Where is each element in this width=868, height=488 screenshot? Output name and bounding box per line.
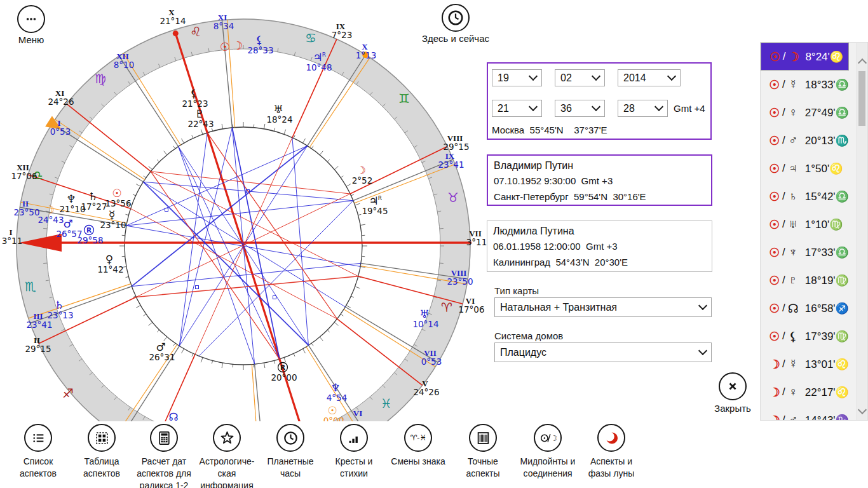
midpoint-row[interactable]: ☽/♂14°43'♑: [761, 406, 856, 421]
midpoint-row[interactable]: ☽/☿13°01'♌: [761, 350, 856, 378]
chart-type-value: Натальная + Транзитная: [500, 302, 617, 313]
here-now-button[interactable]: [442, 4, 470, 32]
sun-icon: ☉: [768, 133, 782, 148]
moon-ring-mark: ☽: [233, 39, 243, 52]
sun-icon: ☉: [768, 50, 782, 64]
planet-degree-label: 11°42: [97, 264, 123, 274]
chevron-down-icon: [529, 72, 538, 81]
slash: /: [782, 78, 785, 91]
scroll-up-icon[interactable]: [858, 58, 867, 67]
sun-icon: ☉: [768, 189, 782, 204]
slash: /: [782, 330, 785, 342]
minute-select[interactable]: 36: [555, 100, 605, 117]
scrollbar[interactable]: [857, 43, 867, 421]
house-system-value: Плацидус: [500, 347, 546, 358]
house-system-label: Система домов: [494, 330, 563, 341]
second-select[interactable]: 28: [618, 100, 668, 117]
midpoint-value: 15°42'♎: [805, 190, 849, 203]
ring-tick: [43, 263, 47, 264]
house-degree-label: 23°41: [26, 320, 52, 330]
chevron-down-icon: [592, 102, 600, 111]
mars-icon: ♂: [63, 217, 72, 230]
close-button[interactable]: [719, 372, 747, 400]
jupiter-icon: ♃: [313, 51, 322, 64]
hour-select[interactable]: 21: [492, 100, 542, 117]
house-degree-label: 29°15: [443, 142, 469, 152]
minute-value: 36: [560, 103, 572, 114]
planet-degree-label: 17°27: [81, 201, 107, 212]
mars-icon: ♂: [786, 133, 801, 147]
midpoint-row[interactable]: ☉/⚸17°39'♍: [761, 322, 856, 350]
house-degree-label: 24°26: [48, 97, 74, 107]
gemini-sign-icon: ♊: [398, 91, 410, 106]
chevron-down-icon: [529, 102, 538, 111]
uranus-icon: ♅: [786, 217, 801, 231]
slash: /: [782, 190, 785, 203]
gmt-offset-label: Gmt +4: [674, 103, 705, 114]
midpoint-row[interactable]: ☉/♀27°49'♎: [761, 98, 856, 126]
midpoint-row[interactable]: ☉/♂20°13'♏: [761, 126, 856, 154]
toolbar-item-label: Аспекты и фазы луны: [572, 456, 651, 480]
house-degree-label: 17°06: [458, 304, 484, 315]
taurus-sign-icon: ♉: [447, 190, 459, 205]
calculator-icon: [156, 430, 173, 447]
planet-degree-label: 28°33: [247, 45, 273, 55]
planet-degree-label: 4°54: [327, 393, 348, 403]
slash: /: [783, 50, 786, 63]
pluto-icon: ♇: [786, 273, 801, 287]
house-degree-label: 7°23: [332, 30, 353, 40]
year-select[interactable]: 2014: [618, 69, 681, 86]
person2-name: Людмила Путина: [493, 224, 706, 238]
midpoint-value: 16°58'♐: [805, 302, 849, 315]
person1-card[interactable]: Владимир Путин 07.10.1952 9:30:00 Gmt +3…: [487, 154, 712, 206]
midpoint-row[interactable]: ☉/☊16°58'♐: [761, 294, 856, 322]
midpoint-row[interactable]: ☉/♄15°42'♎: [761, 182, 856, 210]
day-select[interactable]: 19: [492, 69, 542, 86]
crescent-icon: [603, 430, 620, 447]
aries-sign-icon: ♈: [441, 300, 452, 315]
sun-icon: ☉: [112, 187, 121, 200]
slash: /: [782, 218, 785, 231]
planet-degree-label: 13°56: [105, 198, 131, 208]
house-degree-label: 17°06: [11, 171, 37, 181]
planet-degree-label: 24°43: [37, 215, 64, 225]
month-select[interactable]: 02: [555, 69, 605, 86]
midpoint-row[interactable]: ☉/♇18°19'♍: [761, 266, 856, 294]
svg-text:☽: ☽: [550, 434, 556, 443]
jupiter-icon: ♃: [369, 194, 378, 207]
scrollbar-thumb[interactable]: [858, 71, 865, 126]
planet-degree-label: 2°52: [352, 175, 373, 186]
midpoint-row[interactable]: ☽/♀22°17'♌: [761, 378, 856, 406]
scorpio-sign-icon: ♏: [25, 279, 36, 294]
saturn-icon: ♄: [88, 190, 97, 203]
planet-degree-label: 23°13: [47, 310, 73, 320]
house-degree-label: 1°13: [356, 50, 377, 60]
toolbar-item-crescent[interactable]: Аспекты и фазы луны: [572, 424, 651, 480]
chevron-down-icon: [667, 72, 676, 81]
clock-icon: [282, 430, 299, 447]
person2-card[interactable]: Людмила Путина 06.01.1958 12:00:00 Gmt +…: [487, 220, 712, 272]
moon-icon: ☽: [768, 357, 782, 372]
midpoint-row[interactable]: ☉/☽8°24'♌: [761, 43, 849, 71]
sun-icon: ☉: [768, 105, 782, 120]
astro-wheel-chart[interactable]: ♌♋♊♉♈♓♐♏♎♍☉☽⚸21°23♇22°43♅18°24♆21°10♄17°…: [0, 0, 489, 421]
neptune-icon: ♆: [330, 381, 340, 394]
chevron-down-icon: [654, 102, 663, 111]
planet-degree-label: 18°24: [266, 114, 292, 125]
lilith-icon: ⚸: [786, 329, 801, 344]
sun-icon: ☉: [768, 329, 782, 344]
midpoint-row[interactable]: ☉/♆17°33'♎: [761, 238, 856, 266]
house-degree-label: 21°14: [159, 16, 186, 26]
house-degree-label: 3°11: [466, 237, 487, 247]
house-system-select[interactable]: Плацидус: [494, 342, 712, 362]
person1-place: Санкт-Петербург 59°54'N 30°16'E: [494, 189, 705, 205]
midpoint-row[interactable]: ☉/☿18°33'♎: [761, 71, 856, 98]
second-value: 28: [623, 103, 635, 114]
ellipsis-icon: [23, 11, 39, 27]
midpoint-row[interactable]: ☉/♅1°10'♍: [761, 210, 856, 238]
scroll-down-icon[interactable]: [858, 405, 867, 414]
menu-button[interactable]: [17, 5, 45, 33]
midpoint-value: 1°50'♌: [805, 162, 843, 175]
chart-type-select[interactable]: Натальная + Транзитная: [494, 297, 712, 317]
midpoint-row[interactable]: ☉/♃1°50'♌: [761, 154, 856, 182]
